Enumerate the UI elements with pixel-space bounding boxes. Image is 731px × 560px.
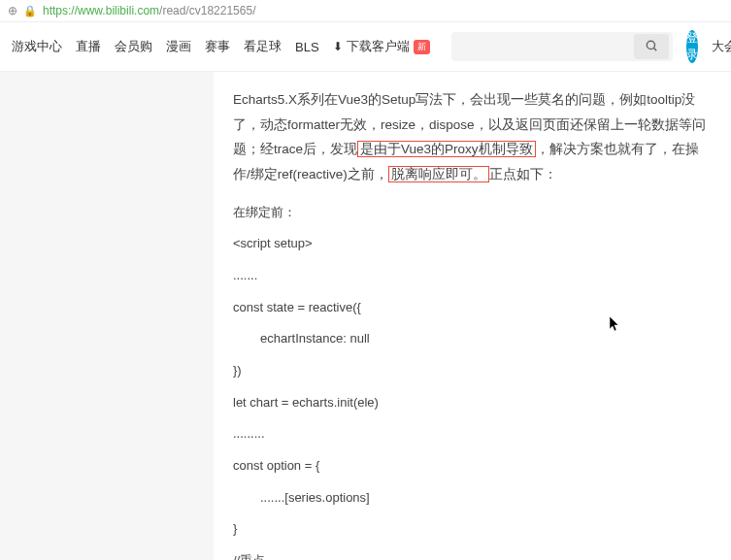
nav-manga[interactable]: 漫画 (166, 38, 191, 55)
article-body: Echarts5.X系列在Vue3的Setup写法下，会出现一些莫名的问题，例如… (214, 72, 728, 560)
intro-paragraph: Echarts5.X系列在Vue3的Setup写法下，会出现一些莫名的问题，例如… (233, 87, 709, 187)
code-line: const state = reactive({ (233, 296, 709, 320)
badge-new: 新 (414, 40, 430, 54)
code-line: ....... (233, 264, 709, 288)
lock-icon: 🔒 (23, 5, 37, 17)
code-line: .......[series.options] (233, 486, 709, 511)
nav-game-center[interactable]: 游戏中心 (12, 38, 62, 55)
code-line: const option = { (233, 454, 709, 478)
code-line: //重点 (233, 549, 709, 560)
search-button[interactable] (634, 34, 669, 59)
download-icon: ⬇ (333, 40, 343, 53)
code-line: let chart = echarts.init(ele) (233, 391, 709, 415)
code-line: echartInstance: null (233, 327, 709, 351)
nav-match[interactable]: 赛事 (205, 38, 230, 55)
code-line: } (233, 517, 709, 542)
svg-point-0 (647, 41, 654, 49)
nav-download[interactable]: ⬇ 下载客户端 新 (333, 38, 430, 55)
code-line: ......... (233, 422, 709, 446)
code-line: }) (233, 359, 709, 383)
search-icon (645, 39, 658, 55)
code-line: <script setup> (233, 232, 709, 256)
svg-line-1 (653, 48, 656, 50)
login-button[interactable]: 登录 (686, 30, 698, 63)
nav-bls[interactable]: BLS (295, 40, 319, 54)
download-label: 下载客户端 (347, 38, 410, 55)
search-input[interactable] (455, 40, 634, 54)
browser-url-bar: ⊕ 🔒 https://www.bilibili.com/read/cv1822… (0, 0, 731, 22)
nav-football[interactable]: 看足球 (244, 38, 282, 55)
highlight-1: 是由于Vue3的Proxy机制导致 (357, 141, 536, 157)
nav-right-text[interactable]: 大会 (712, 38, 731, 55)
highlight-2: 脱离响应即可。 (388, 166, 489, 182)
nav-member[interactable]: 会员购 (115, 38, 152, 55)
left-sidebar (0, 72, 214, 560)
login-label: 登录 (686, 30, 698, 63)
label-before-bind: 在绑定前： (233, 201, 709, 225)
nav-live[interactable]: 直播 (76, 38, 101, 55)
content-area: Echarts5.X系列在Vue3的Setup写法下，会出现一些莫名的问题，例如… (0, 72, 731, 560)
search-box[interactable] (451, 32, 673, 61)
top-navigation: 游戏中心 直播 会员购 漫画 赛事 看足球 BLS ⬇ 下载客户端 新 登录 大… (0, 22, 731, 72)
url-text: https://www.bilibili.com/read/cv18221565… (43, 4, 255, 17)
shield-icon: ⊕ (8, 4, 17, 17)
